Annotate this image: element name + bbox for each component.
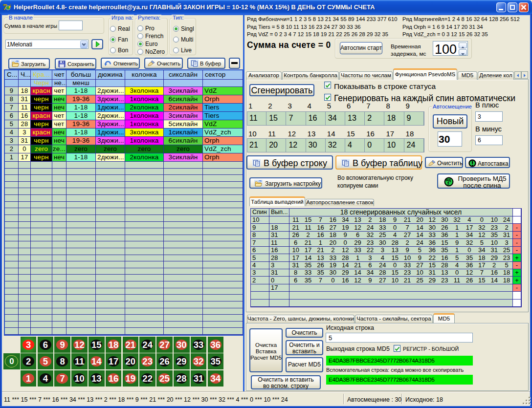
svg-text:5: 5	[447, 182, 449, 185]
